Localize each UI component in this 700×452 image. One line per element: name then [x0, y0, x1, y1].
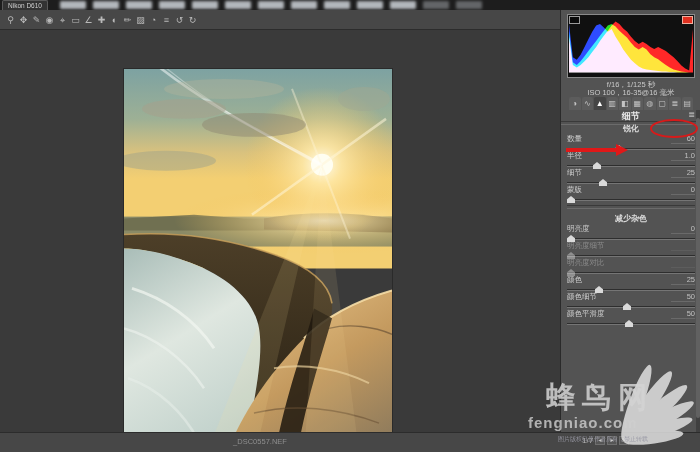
slider-knob[interactable]: [595, 286, 603, 293]
photo-preview[interactable]: [124, 69, 392, 452]
section-header: 减少杂色: [567, 211, 695, 225]
slider-label: 明亮度细节: [567, 241, 605, 251]
tab-tone-curve[interactable]: ∿: [582, 97, 594, 110]
tab-split-toning[interactable]: ◧: [619, 97, 631, 110]
slider-knob[interactable]: [599, 179, 607, 186]
red-eye-tool-icon[interactable]: ◐: [108, 11, 121, 29]
divider: [567, 205, 695, 209]
background-blur-icon: [192, 1, 218, 9]
slider-track[interactable]: [567, 320, 695, 328]
arrow-annotation: [566, 144, 628, 156]
color-sampler-tool-icon[interactable]: ◉: [43, 11, 56, 29]
slider-row: 颜色平滑度50: [567, 310, 695, 327]
slider-value[interactable]: 50: [671, 292, 695, 302]
targeted-adjustment-tool-icon[interactable]: ⌖: [56, 11, 69, 29]
image-canvas[interactable]: [0, 30, 560, 432]
background-blur-icon: [93, 1, 119, 9]
histogram: [567, 14, 695, 78]
background-blur-icon: [390, 1, 416, 9]
slider-knob[interactable]: [625, 320, 633, 327]
slider-row: 细节25: [567, 169, 695, 186]
slider-knob[interactable]: [567, 196, 575, 203]
background-blur-icon: [456, 1, 482, 9]
arrow-head: [616, 144, 628, 156]
slider-label: 蒙版: [567, 185, 582, 195]
slider-value[interactable]: 1.0: [671, 151, 695, 161]
background-blur-icon: [60, 1, 86, 9]
slider-knob[interactable]: [567, 269, 575, 276]
hand-tool-icon[interactable]: ✥: [17, 11, 30, 29]
image-pager: 1/7 ◂ ▸ ≣: [582, 436, 629, 445]
slider-value[interactable]: [671, 250, 695, 251]
window-title: Nikon D610: [2, 0, 48, 10]
background-blur-icon: [225, 1, 251, 9]
zoom-tool-icon[interactable]: ⚲: [4, 11, 17, 29]
slider-label: 明亮度: [567, 224, 590, 234]
slider-track[interactable]: [567, 196, 695, 204]
filename-label: _DSC0557.NEF: [190, 437, 330, 446]
adjustment-brush-tool-icon[interactable]: ✏: [121, 11, 134, 29]
background-window-strip: [0, 0, 700, 10]
slider-row: 蒙版0: [567, 186, 695, 203]
rotate-right-tool-icon[interactable]: ↻: [186, 11, 199, 29]
tab-effects[interactable]: ◍: [644, 97, 656, 110]
tab-basic[interactable]: ◑: [569, 97, 581, 110]
slider-row: 颜色25: [567, 276, 695, 293]
panel-menu-icon[interactable]: ≣: [688, 110, 695, 119]
radial-filter-tool-icon[interactable]: ◔: [147, 11, 160, 29]
white-balance-tool-icon[interactable]: ✎: [30, 11, 43, 29]
straighten-tool-icon[interactable]: ∠: [82, 11, 95, 29]
tab-camera-calibration[interactable]: ▢: [657, 97, 669, 110]
slider-label: 颜色平滑度: [567, 309, 605, 319]
background-blur-icon: [324, 1, 350, 9]
graduated-filter-tool-icon[interactable]: ▨: [134, 11, 147, 29]
slider-label: 颜色: [567, 275, 582, 285]
crop-tool-icon[interactable]: ▭: [69, 11, 82, 29]
pager-count: 1/7: [582, 436, 593, 445]
slider-value[interactable]: 0: [671, 185, 695, 195]
camera-raw-window: Nikon D610 ⚲✥✎◉⌖▭∠✚◐✏▨◔≡↺↻ ▣: [0, 0, 700, 452]
background-blur-icon: [126, 1, 152, 9]
slider-knob[interactable]: [593, 162, 601, 169]
filmstrip-icon[interactable]: ≣: [619, 436, 629, 445]
arrow-shaft: [566, 148, 616, 152]
tab-hsl-grayscale[interactable]: ▥: [607, 97, 619, 110]
next-image-button[interactable]: ▸: [607, 436, 617, 445]
adjustments-panel: f/16，1/125 秒 ISO 100，16-35@16 毫米 ◑∿▲▥◧▦◍…: [560, 10, 700, 452]
tab-snapshots[interactable]: ▤: [682, 97, 694, 110]
preferences-tool-icon[interactable]: ≡: [160, 11, 173, 29]
slider-label: 细节: [567, 168, 582, 178]
slider-row: 明亮度0: [567, 225, 695, 242]
slider-knob[interactable]: [623, 303, 631, 310]
background-blur-icon: [159, 1, 185, 9]
rotate-left-tool-icon[interactable]: ↺: [173, 11, 186, 29]
tab-lens-corrections[interactable]: ▦: [632, 97, 644, 110]
slider-label: 明亮度对比: [567, 258, 605, 268]
toolbar: ⚲✥✎◉⌖▭∠✚◐✏▨◔≡↺↻: [0, 10, 560, 30]
scrollbar-thumb[interactable]: [696, 118, 700, 418]
panel-tabs: ◑∿▲▥◧▦◍▢≣▤: [569, 97, 693, 110]
slider-knob[interactable]: [567, 235, 575, 242]
slider-value[interactable]: 50: [671, 309, 695, 319]
slider-row: 颜色细节50: [567, 293, 695, 310]
background-blur-icon: [291, 1, 317, 9]
slider-row: 明亮度对比: [567, 259, 695, 276]
slider-value[interactable]: 25: [671, 275, 695, 285]
highlight-ellipse-annotation: [650, 119, 698, 138]
slider-value[interactable]: 25: [671, 168, 695, 178]
slider-row: 明亮度细节: [567, 242, 695, 259]
background-blur-icon: [258, 1, 284, 9]
slider-knob[interactable]: [567, 252, 575, 259]
panel-scrollbar[interactable]: [696, 110, 700, 452]
slider-label: 颜色细节: [567, 292, 597, 302]
tab-presets[interactable]: ≣: [669, 97, 681, 110]
spot-removal-tool-icon[interactable]: ✚: [95, 11, 108, 29]
tab-detail[interactable]: ▲: [594, 97, 606, 110]
previous-image-button[interactable]: ◂: [595, 436, 605, 445]
slider-value[interactable]: [671, 267, 695, 268]
slider-label: 数量: [567, 134, 582, 144]
background-blur-icon: [357, 1, 383, 9]
background-blur-icon: [423, 1, 449, 9]
slider-value[interactable]: 0: [671, 224, 695, 234]
